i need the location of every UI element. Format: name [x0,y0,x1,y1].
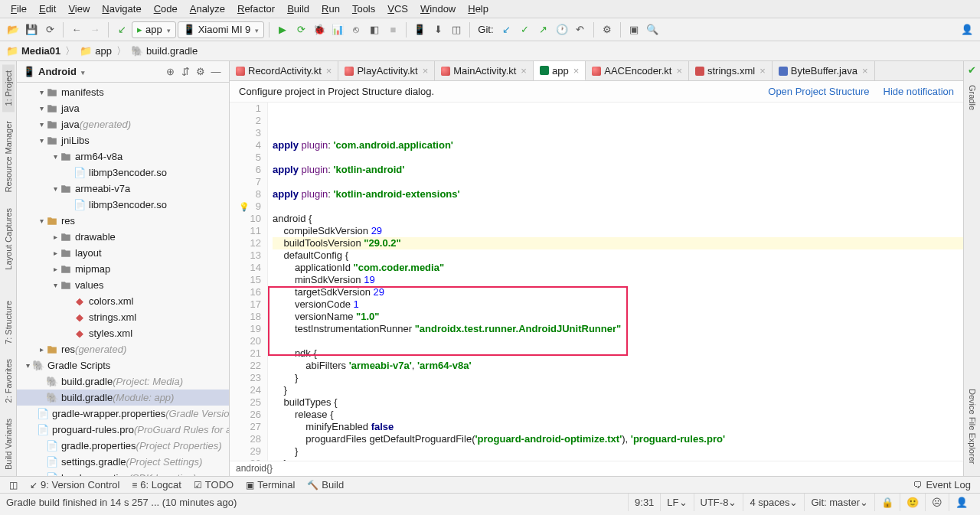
editor-breadcrumb[interactable]: android{} [230,461,963,476]
menu-run[interactable]: Run [315,2,346,16]
editor-tab-recordactivity-kt[interactable]: RecordActivity.kt× [230,61,338,80]
resource-manager-tab[interactable]: Resource Manager [2,115,15,199]
editor-tab-aacencoder-kt[interactable]: AACEncoder.kt× [586,61,689,80]
tree-item-arm64-v8a[interactable]: ▾arm64-v8a [17,148,229,165]
menu-analyze[interactable]: Analyze [184,2,231,16]
sync-icon[interactable]: ⟳ [41,21,58,38]
device-select[interactable]: 📱Xiaomi MI 9 [178,21,265,38]
chevron-icon[interactable]: ▾ [37,120,46,129]
chevron-icon[interactable]: ▾ [51,184,60,193]
code-line-8[interactable]: compileSdkVersion 29 [273,225,963,237]
user-icon[interactable]: 👤 [959,21,975,38]
code-line-6[interactable] [273,200,963,213]
project-structure-icon[interactable]: ⚙ [599,21,616,38]
coverage-icon[interactable]: ◧ [366,21,383,38]
git-rollback-icon[interactable]: ↶ [572,21,589,38]
editor-tab-app[interactable]: app× [534,61,586,80]
chevron-icon[interactable]: ▸ [51,265,60,273]
save-icon[interactable]: 💾 [23,21,40,38]
tool-square-icon[interactable]: ◫ [3,477,24,493]
apply-changes-icon[interactable]: ⟳ [292,21,309,38]
code-line-23[interactable]: release { [273,409,963,421]
code-line-5[interactable]: apply plugin: 'kotlin-android-extensions… [273,188,963,200]
code-line-22[interactable]: buildTypes { [273,396,963,409]
tree-item-gradle-wrapper-properties[interactable]: 📄gradle-wrapper.properties (Gradle Versi… [17,406,229,422]
forward-icon[interactable]: → [87,21,103,38]
todo-tab[interactable]: ☑ TODO [188,477,240,493]
open-project-structure-link[interactable]: Open Project Structure [768,86,869,97]
settings-icon[interactable]: ⚙ [194,65,207,79]
caret-position[interactable]: 9:31 [628,494,660,511]
code-line-16[interactable]: testInstrumentationRunner "androidx.test… [273,323,963,335]
tree-item-build-gradle[interactable]: 🐘build.gradle (Project: Media) [17,373,229,390]
editor-tab-bytebuffer-java[interactable]: ByteBuffer.java× [773,61,875,80]
tree-item-gradle-scripts[interactable]: ▾🐘Gradle Scripts [17,357,229,373]
inspection-icon[interactable]: ✔ [968,64,976,76]
tree-item-styles-xml[interactable]: ◆styles.xml [17,325,229,341]
hide-notification-link[interactable]: Hide notification [884,86,955,97]
tree-item-gradle-properties[interactable]: 📄gradle.properties (Project Properties) [17,438,229,454]
tree-item-libmp3encoder-so[interactable]: 📄libmp3encoder.so [17,197,229,213]
logcat-tab[interactable]: ≡ 6: Logcat [126,477,188,493]
close-icon[interactable]: × [676,65,682,77]
project-tree[interactable]: ▾manifests▾java▾java (generated)▾jniLibs… [17,83,229,476]
tree-item-res[interactable]: ▾res [17,213,229,229]
code-line-13[interactable]: targetSdkVersion 29 [273,286,963,298]
tree-item-values[interactable]: ▾values [17,277,229,293]
structure-tab[interactable]: 7: Structure [2,295,15,350]
menu-tools[interactable]: Tools [346,2,381,16]
sdk-icon[interactable]: ⬇ [430,21,446,38]
chevron-icon[interactable]: ▾ [37,136,46,145]
run-icon[interactable]: ▶ [274,21,291,38]
code-line-27[interactable]: } [273,458,963,461]
code-line-20[interactable]: } [273,372,963,384]
terminal-tab[interactable]: ▣ Terminal [240,477,301,493]
layout-captures-tab[interactable]: Layout Captures [2,202,15,276]
menu-build[interactable]: Build [281,2,315,16]
close-icon[interactable]: × [573,65,580,77]
close-icon[interactable]: × [423,65,429,77]
code-line-3[interactable]: apply plugin: 'kotlin-android' [273,164,963,176]
locate-icon[interactable]: ⊕ [163,65,177,79]
chevron-icon[interactable]: ▸ [51,249,60,257]
chevron-icon[interactable]: ▾ [23,361,32,370]
git-update-icon[interactable]: ↙ [498,21,515,38]
gradle-tool-tab[interactable]: Gradle [966,79,978,116]
menu-view[interactable]: View [62,2,96,16]
tree-item-settings-gradle[interactable]: 📄settings.gradle (Project Settings) [17,454,229,470]
tree-item-drawable[interactable]: ▸drawable [17,229,229,245]
favorites-tab[interactable]: 2: Favorites [2,353,15,409]
tree-item-java[interactable]: ▾java [17,100,229,116]
menu-refactor[interactable]: Refactor [231,2,281,16]
line-ending[interactable]: LF ⌄ [660,494,693,511]
close-icon[interactable]: × [521,65,527,77]
tree-item-res[interactable]: ▸res (generated) [17,341,229,357]
code-line-10[interactable]: defaultConfig { [273,249,963,262]
sad-icon[interactable]: ☹ [925,494,949,511]
close-icon[interactable]: × [326,65,332,77]
breadcrumb-root[interactable]: 📁 Media01 [6,45,60,57]
chevron-icon[interactable]: ▸ [37,345,46,354]
breadcrumb-file[interactable]: 🐘 build.gradle [131,45,198,57]
attach-icon[interactable]: ⎋ [348,21,364,38]
breadcrumb[interactable]: 📁 Media01 〉 📁 app 〉 🐘 build.gradle [6,44,198,58]
profile-icon[interactable]: 📊 [329,21,346,38]
code-line-2[interactable] [273,152,963,164]
code-line-21[interactable]: } [273,384,963,396]
build-tab[interactable]: 🔨 Build [301,477,350,493]
event-log-tab[interactable]: 🗨 Event Log [907,477,977,493]
code-line-24[interactable]: minifyEnabled false [273,421,963,433]
chevron-icon[interactable]: ▸ [51,233,60,241]
git-history-icon[interactable]: 🕐 [554,21,570,38]
encoding[interactable]: UTF-8 ⌄ [694,494,743,511]
menu-vcs[interactable]: VCS [381,2,414,16]
lock-icon[interactable]: 🔒 [874,494,900,511]
smiley-icon[interactable]: 🙂 [900,494,925,511]
git-commit-icon[interactable]: ✓ [517,21,534,38]
tree-item-local-properties[interactable]: 📄local.properties (SDK Location) [17,470,229,476]
code-line-1[interactable]: apply plugin: 'com.android.application' [273,139,963,152]
editor-tab-playactivity-kt[interactable]: PlayActivity.kt× [338,61,435,80]
open-icon[interactable]: 📂 [5,21,21,38]
editor-tab-strings-xml[interactable]: strings.xml× [689,61,773,80]
menu-code[interactable]: Code [148,2,184,16]
